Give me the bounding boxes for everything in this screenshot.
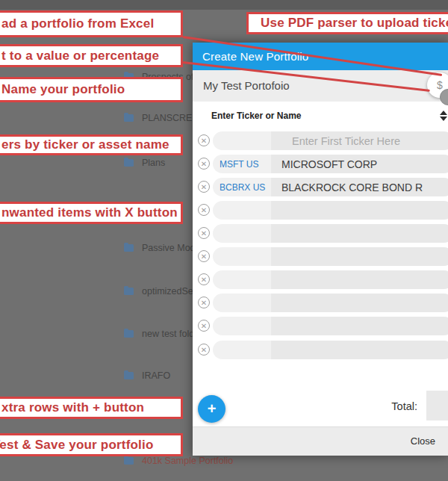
background-top-strip <box>0 0 448 10</box>
remove-row-button[interactable]: ✕ <box>198 320 210 332</box>
remove-row-button[interactable]: ✕ <box>198 227 210 239</box>
folder-label: Passive Mod <box>142 243 196 253</box>
close-button[interactable]: Close <box>411 435 435 447</box>
ticker-cell[interactable] <box>213 341 271 359</box>
asset-name-cell[interactable]: Enter First Ticker Here <box>271 131 448 150</box>
remove-row-button[interactable]: ✕ <box>198 181 210 193</box>
annotation-callout: Use PDF parser to upload ticker <box>246 12 448 34</box>
ticker-row-pill[interactable]: Enter First Ticker Here <box>213 131 448 150</box>
x-icon: ✕ <box>201 160 207 168</box>
screen: Prospects of PLANSCREEN Plans Passive Mo… <box>0 0 448 481</box>
ticker-row: ✕ Enter First Ticker Here <box>193 131 448 150</box>
remove-row-button[interactable]: ✕ <box>198 204 210 216</box>
ticker-row-pill[interactable] <box>213 317 448 335</box>
ticker-cell[interactable]: BCBRX US <box>213 178 271 196</box>
portfolio-name-value[interactable]: My Test Portofoio <box>203 79 290 92</box>
total-value-box <box>426 391 448 421</box>
ticker-row: ✕ BCBRX US BLACKROCK CORE BOND R <box>193 178 448 196</box>
x-icon: ✕ <box>201 229 207 238</box>
remove-row-button[interactable]: ✕ <box>198 273 210 285</box>
asset-name-cell[interactable] <box>271 270 448 289</box>
folder-label: new test fold <box>142 329 194 339</box>
folder-list-item: new test fold <box>124 329 194 339</box>
folder-icon <box>124 330 134 338</box>
x-icon: ✕ <box>201 252 207 261</box>
folder-label: IRAFO <box>142 370 170 381</box>
folder-list-item: Plans <box>124 158 165 168</box>
ticker-cell[interactable] <box>213 224 271 243</box>
folder-label: 401k Sample Portfolio <box>142 456 233 466</box>
folder-list-item: IRAFO <box>124 370 170 381</box>
asset-name-cell[interactable] <box>271 317 448 335</box>
ticker-search-label: Enter Ticker or Name <box>211 111 302 121</box>
x-icon: ✕ <box>201 206 207 214</box>
asset-name-cell[interactable]: BLACKROCK CORE BOND R <box>271 178 448 196</box>
annotation-callout: ad a portfolio from Excel <box>0 10 183 37</box>
ticker-cell[interactable] <box>213 317 271 335</box>
ticker-search-select[interactable]: Enter Ticker or Name <box>193 102 448 131</box>
ticker-row: ✕ MSFT US MICROSOFT CORP <box>193 155 448 173</box>
ticker-row-pill[interactable] <box>213 201 448 220</box>
remove-row-button[interactable]: ✕ <box>198 297 210 308</box>
annotation-callout: Test & Save your portfolio <box>0 433 183 456</box>
remove-row-button[interactable]: ✕ <box>198 344 210 356</box>
folder-icon <box>124 457 134 465</box>
annotation-callout: nwanted items with X button <box>0 202 183 224</box>
annotation-callout-text: t to a value or percentage <box>1 49 159 63</box>
annotation-callout-text: ers by ticker or asset name <box>1 137 169 152</box>
remove-row-button[interactable]: ✕ <box>198 158 210 170</box>
ticker-cell[interactable] <box>213 270 271 289</box>
remove-row-button[interactable]: ✕ <box>198 134 210 146</box>
ticker-cell[interactable] <box>213 294 271 312</box>
x-icon: ✕ <box>201 276 207 284</box>
annotation-callout: Name your portfolio <box>0 77 183 102</box>
x-icon: ✕ <box>201 183 207 191</box>
folder-icon <box>124 114 134 122</box>
asset-name-cell[interactable]: MICROSOFT CORP <box>271 155 448 173</box>
updown-arrows-icon <box>440 110 447 122</box>
ticker-row-pill[interactable] <box>213 247 448 266</box>
x-icon: ✕ <box>201 322 207 330</box>
dialog-footer: Close <box>193 426 448 456</box>
folder-icon <box>124 244 134 252</box>
remove-row-button[interactable]: ✕ <box>198 250 210 262</box>
ticker-cell[interactable] <box>213 247 271 266</box>
ticker-cell[interactable]: MSFT US <box>213 155 271 173</box>
annotation-callout-text: Use PDF parser to upload ticker <box>261 16 448 31</box>
ticker-row: ✕ <box>193 317 448 335</box>
folder-list-item: 401k Sample Portfolio <box>124 456 233 466</box>
annotation-callout: t to a value or percentage <box>0 44 183 67</box>
ticker-row-pill[interactable] <box>213 294 448 312</box>
folder-icon <box>124 159 134 167</box>
folder-icon <box>124 372 134 379</box>
annotation-callout: xtra rows with + button <box>0 397 183 419</box>
folder-icon <box>124 288 134 295</box>
annotation-callout-text: Test & Save your portfolio <box>0 438 154 453</box>
plus-icon: + <box>208 400 217 418</box>
dollar-icon: $ <box>437 79 443 91</box>
ticker-row-pill[interactable] <box>213 341 448 359</box>
ticker-cell[interactable] <box>213 201 271 220</box>
ticker-row: ✕ <box>193 270 448 289</box>
annotation-callout-text: xtra rows with + button <box>1 400 144 415</box>
ticker-row: ✕ <box>193 201 448 220</box>
add-row-button[interactable]: + <box>198 395 225 423</box>
annotation-callout-text: nwanted items with X button <box>1 205 178 220</box>
x-icon: ✕ <box>201 299 207 307</box>
ticker-row-pill[interactable]: MSFT US MICROSOFT CORP <box>213 155 448 173</box>
annotation-callout-text: Name your portfolio <box>1 82 125 97</box>
ticker-row-pill[interactable]: BCBRX US BLACKROCK CORE BOND R <box>213 178 448 196</box>
x-icon: ✕ <box>201 346 207 354</box>
ticker-row-pill[interactable] <box>213 224 448 243</box>
annotation-callout-text: ad a portfolio from Excel <box>1 16 154 31</box>
asset-name-cell[interactable] <box>271 247 448 266</box>
asset-name-cell[interactable] <box>271 224 448 243</box>
folder-label: optimizedSet <box>142 286 196 297</box>
ticker-row: ✕ <box>193 247 448 266</box>
asset-name-cell[interactable] <box>271 294 448 312</box>
ticker-row-pill[interactable] <box>213 270 448 289</box>
asset-name-cell[interactable] <box>271 341 448 359</box>
portfolio-name-field[interactable]: My Test Portofoio $ <box>193 70 448 102</box>
asset-name-cell[interactable] <box>271 201 448 220</box>
ticker-cell[interactable] <box>213 131 271 150</box>
